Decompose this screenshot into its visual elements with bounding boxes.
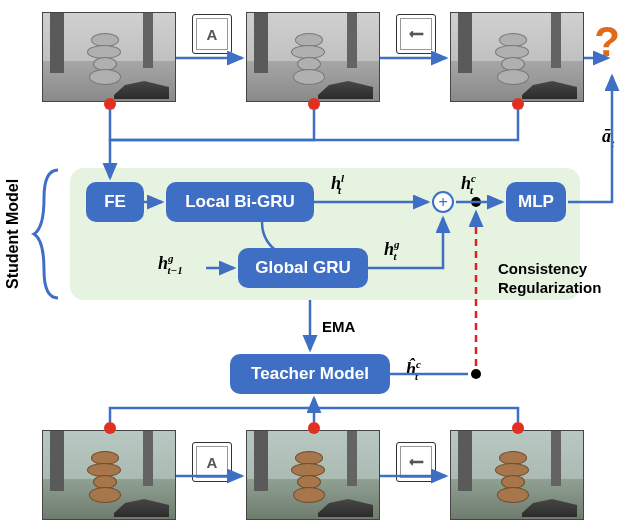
reddot-top-1 [104,98,116,110]
frame-bot-3 [450,430,584,520]
mlp-block: MLP [506,182,566,222]
label-hchat: ĥct [406,358,418,382]
fe-block: FE [86,182,144,222]
label-hg: hgt [384,238,397,262]
frame-bot-1 [42,430,176,520]
label-hl: hlt [331,172,341,196]
reddot-top-2 [308,98,320,110]
fe-label: FE [104,192,126,212]
question-mark-text: ? [594,18,620,65]
question-mark: ? [594,18,620,66]
global-gru-block: Global GRU [238,248,368,288]
label-hc: hct [461,172,473,196]
frame-top-3 [450,12,584,102]
consistency-label-2: Regularization [498,279,601,296]
key-left-bot-label: 🠔 [409,454,424,471]
ema-label: EMA [322,318,355,335]
key-a-label: A [207,26,218,43]
key-a-bot: A [192,442,232,482]
node-hc [471,197,481,207]
reddot-top-3 [512,98,524,110]
local-label: Local Bi-GRU [185,192,295,212]
key-left-label: 🠔 [409,26,424,43]
key-a-bot-label: A [207,454,218,471]
global-label: Global GRU [255,258,350,278]
teacher-block: Teacher Model [230,354,390,394]
key-a-top: A [192,14,232,54]
reddot-bot-1 [104,422,116,434]
key-left-top: 🠔 [396,14,436,54]
teacher-label: Teacher Model [251,364,369,384]
student-model-label-text: Student Model [4,179,22,289]
node-hchat [471,369,481,379]
local-bigru-block: Local Bi-GRU [166,182,314,222]
consistency-text-1: Consistency [498,260,587,277]
brace-icon [30,168,64,300]
label-abar: āt [602,126,614,149]
frame-bot-2 [246,430,380,520]
frame-top-1 [42,12,176,102]
concat-plus: + [432,191,454,213]
reddot-bot-3 [512,422,524,434]
key-left-bot: 🠔 [396,442,436,482]
reddot-bot-2 [308,422,320,434]
consistency-text-2: Regularization [498,279,601,296]
ema-text: EMA [322,318,355,335]
label-hgprev: hgt−1 [158,252,183,276]
student-model-label: Student Model [0,168,26,300]
mlp-label: MLP [518,192,554,212]
frame-top-2 [246,12,380,102]
consistency-label-1: Consistency [498,260,587,277]
